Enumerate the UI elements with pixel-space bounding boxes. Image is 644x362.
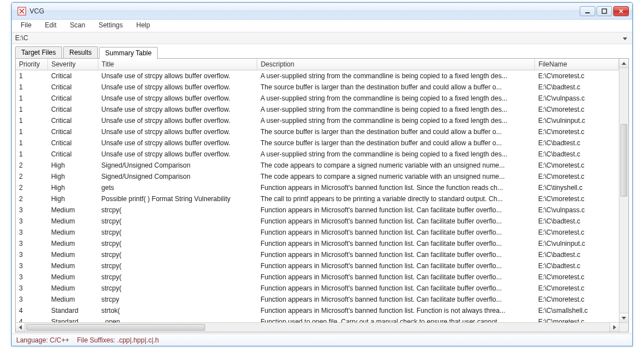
table-row[interactable]: 3Mediumstrcpy(Function appears in Micros… (16, 260, 619, 272)
table-row[interactable]: 2HighSigned/Unsigned ComparisonThe code … (16, 160, 619, 171)
cell-description: A user-supplied string from the commandl… (257, 149, 535, 160)
cell-priority: 3 (16, 238, 48, 249)
cell-description: The code appears to compare a signed num… (257, 171, 535, 182)
cell-description: Function appears in Microsoft's banned f… (257, 283, 535, 294)
cell-description: The call to printf appears to be printin… (257, 193, 535, 204)
path-bar[interactable]: E:\C (12, 32, 632, 44)
table-row[interactable]: 3MediumstrcpyFunction appears in Microso… (16, 294, 619, 305)
cell-filename: E:\C\moretest.c (535, 294, 619, 305)
close-button[interactable] (613, 6, 629, 16)
scroll-track-horizontal[interactable] (25, 323, 609, 332)
menu-edit[interactable]: Edit (38, 20, 63, 32)
cell-title: strcpy( (98, 238, 257, 249)
titlebar[interactable]: VCG (12, 3, 632, 20)
table-row[interactable]: 2HighPossible printf( ) Format String Vu… (16, 193, 619, 204)
table-row[interactable]: 1CriticalUnsafe use of strcpy allows buf… (16, 104, 619, 115)
menu-settings[interactable]: Settings (92, 20, 129, 32)
cell-description: Function appears in Microsoft's banned f… (257, 182, 535, 193)
table-row[interactable]: 1CriticalUnsafe use of strcpy allows buf… (16, 137, 619, 149)
col-header-severity[interactable]: Severity (48, 59, 98, 70)
cell-severity: High (48, 182, 98, 193)
cell-filename: E:\C\moretest.c (535, 227, 619, 238)
cell-filename: E:\C\moretest.c (535, 283, 619, 294)
cell-severity: Standard (48, 316, 98, 322)
cell-priority: 3 (16, 227, 48, 238)
status-suffixes: File Suffixes: .cpp|.hpp|.c|.h (77, 336, 159, 344)
col-header-description[interactable]: Description (257, 59, 535, 70)
cell-severity: Critical (48, 137, 98, 149)
cell-severity: Medium (48, 249, 98, 260)
table-row[interactable]: 2High getsFunction appears in Microsoft'… (16, 182, 619, 193)
cell-title: strcpy( (98, 204, 257, 216)
cell-priority: 4 (16, 316, 48, 322)
cell-severity: Critical (48, 149, 98, 160)
path-dropdown-icon[interactable] (621, 34, 629, 42)
minimize-button[interactable] (580, 6, 595, 16)
svg-rect-2 (602, 9, 607, 13)
table-row[interactable]: 3Mediumstrcpy(Function appears in Micros… (16, 249, 619, 260)
cell-filename: E:\C\moretest.c (535, 160, 619, 171)
table-row[interactable]: 2HighSigned/Unsigned ComparisonThe code … (16, 171, 619, 182)
scroll-right-icon[interactable] (609, 323, 619, 332)
scroll-left-icon[interactable] (16, 323, 25, 332)
table-row[interactable]: 3Mediumstrcpy(Function appears in Micros… (16, 216, 619, 227)
app-icon (17, 7, 26, 16)
cell-title: strcpy( (98, 272, 257, 283)
cell-severity: Medium (48, 283, 98, 294)
cell-priority: 2 (16, 193, 48, 204)
table-row[interactable]: 1CriticalUnsafe use of strcpy allows buf… (16, 115, 619, 126)
window-title: VCG (30, 7, 44, 15)
cell-title: gets (98, 182, 257, 193)
table-row[interactable]: 3Mediumstrcpy(Function appears in Micros… (16, 238, 619, 249)
cell-severity: High (48, 160, 98, 171)
cell-title: Signed/Unsigned Comparison (98, 171, 257, 182)
cell-title: Unsafe use of strcpy allows buffer overf… (98, 93, 257, 104)
scroll-track-vertical[interactable] (619, 68, 628, 313)
table-row[interactable]: 1CriticalUnsafe use of strcpy allows buf… (16, 70, 619, 82)
cell-filename: E:\C\badtest.c (535, 82, 619, 93)
scroll-down-icon[interactable] (619, 313, 628, 322)
tab-target-files[interactable]: Target Files (15, 46, 62, 58)
horizontal-scrollbar[interactable] (16, 322, 628, 332)
cell-severity: High (48, 171, 98, 182)
cell-severity: Critical (48, 82, 98, 93)
table-row[interactable]: 1CriticalUnsafe use of strcpy allows buf… (16, 126, 619, 137)
table-row[interactable]: 3Mediumstrcpy(Function appears in Micros… (16, 204, 619, 216)
scroll-up-icon[interactable] (619, 59, 628, 68)
scroll-thumb-vertical[interactable] (621, 124, 627, 197)
menu-scan[interactable]: Scan (63, 20, 92, 32)
cell-filename: E:\C\badtest.c (535, 137, 619, 149)
table-row[interactable]: 1CriticalUnsafe use of strcpy allows buf… (16, 149, 619, 160)
table-row[interactable]: 4Standardstrtok(Function appears in Micr… (16, 305, 619, 316)
cell-filename: E:\C\badtest.c (535, 249, 619, 260)
cell-description: The source buffer is larger than the des… (257, 137, 535, 149)
table-row[interactable]: 3Mediumstrcpy(Function appears in Micros… (16, 272, 619, 283)
table-row[interactable]: 1CriticalUnsafe use of strcpy allows buf… (16, 93, 619, 104)
cell-priority: 2 (16, 160, 48, 171)
vertical-scrollbar[interactable] (619, 59, 628, 322)
status-language: Language: C/C++ (16, 336, 69, 344)
table-header-row: Priority Severity Title Description File… (16, 59, 619, 70)
table-row[interactable]: 1CriticalUnsafe use of strcpy allows buf… (16, 82, 619, 93)
cell-severity: Medium (48, 294, 98, 305)
summary-table[interactable]: Priority Severity Title Description File… (16, 59, 619, 322)
cell-title: strcpy( (98, 249, 257, 260)
scroll-thumb-horizontal[interactable] (26, 324, 205, 331)
cell-priority: 1 (16, 149, 48, 160)
col-header-priority[interactable]: Priority (16, 59, 48, 70)
maximize-button[interactable] (596, 6, 612, 16)
menu-file[interactable]: File (14, 20, 38, 32)
table-row[interactable]: 3Mediumstrcpy(Function appears in Micros… (16, 283, 619, 294)
cell-severity: Medium (48, 216, 98, 227)
col-header-title[interactable]: Title (98, 59, 257, 70)
cell-filename: E:\C\badtest.c (535, 149, 619, 160)
table-row[interactable]: 3Mediumstrcpy(Function appears in Micros… (16, 227, 619, 238)
cell-filename: E:\C\vulninput.c (535, 115, 619, 126)
tab-results[interactable]: Results (63, 46, 98, 58)
tab-summary-table[interactable]: Summary Table (99, 47, 158, 59)
col-header-filename[interactable]: FileName (535, 59, 619, 70)
table-row[interactable]: 4Standard_openFunction used to open file… (16, 316, 619, 322)
cell-priority: 1 (16, 70, 48, 82)
menu-help[interactable]: Help (130, 20, 157, 32)
cell-description: Function appears in Microsoft's banned f… (257, 227, 535, 238)
